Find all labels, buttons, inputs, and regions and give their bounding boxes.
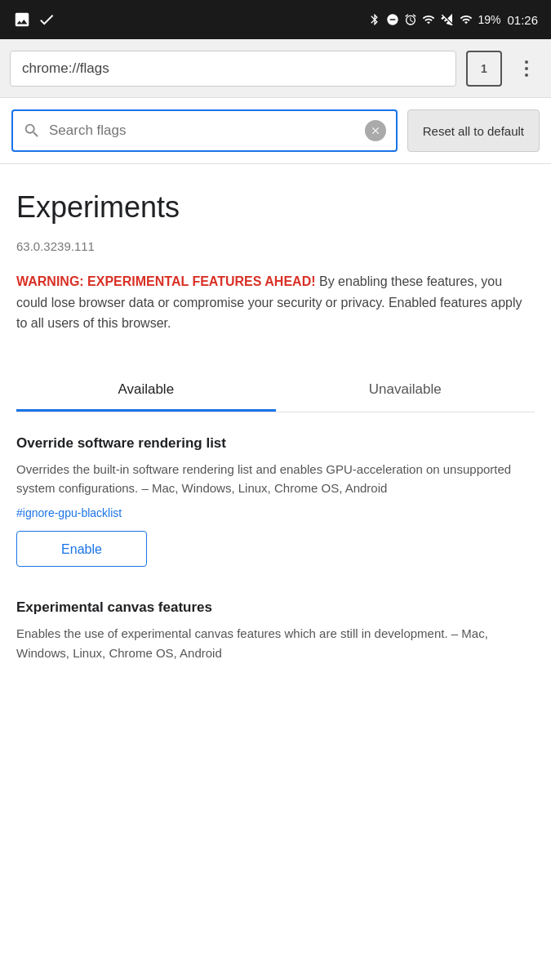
alarm-icon <box>404 13 417 26</box>
menu-dot-3 <box>525 74 528 77</box>
flag-enable-label-0: Enable <box>61 542 102 556</box>
clear-search-button[interactable] <box>365 120 386 141</box>
flag-description-0: Overrides the built-in software renderin… <box>16 460 535 498</box>
tab-count-label: 1 <box>481 62 487 75</box>
tab-available-label: Available <box>118 381 174 397</box>
signal-icon <box>460 13 473 26</box>
status-bar: 19% 01:26 <box>0 0 551 39</box>
warning-block: WARNING: EXPERIMENTAL FEATURES AHEAD! By… <box>16 271 535 334</box>
tab-unavailable-label: Unavailable <box>369 381 442 397</box>
browser-menu-button[interactable] <box>512 51 541 87</box>
address-bar: 1 <box>0 39 551 98</box>
main-content: Experiments 63.0.3239.111 WARNING: EXPER… <box>0 164 551 719</box>
page-title: Experiments <box>16 190 535 225</box>
minus-circle-icon <box>386 13 399 26</box>
warning-bold-text: WARNING: EXPERIMENTAL FEATURES AHEAD! <box>16 274 316 288</box>
reset-all-button[interactable]: Reset all to default <box>407 109 540 152</box>
flag-description-1: Enables the use of experimental canvas f… <box>16 624 535 662</box>
flag-name-1: Experimental canvas features <box>16 599 535 616</box>
version-text: 63.0.3239.111 <box>16 239 535 253</box>
address-input[interactable] <box>10 51 456 87</box>
search-box <box>11 109 398 152</box>
tab-count-button[interactable]: 1 <box>466 51 502 87</box>
menu-dot-2 <box>525 67 528 70</box>
wifi-icon <box>422 13 435 26</box>
filter-bar: Reset all to default <box>0 98 551 164</box>
flag-enable-button-0[interactable]: Enable <box>16 531 147 567</box>
signal-x-icon <box>440 13 455 26</box>
menu-dot-1 <box>525 60 528 64</box>
status-time: 01:26 <box>507 13 538 27</box>
battery-percentage: 19% <box>478 13 500 26</box>
status-bar-right-icons: 19% 01:26 <box>368 13 538 27</box>
flag-item-1: Experimental canvas features Enables the… <box>16 599 535 677</box>
flag-name-0: Override software rendering list <box>16 435 535 452</box>
photo-icon <box>13 11 31 29</box>
tabs-container: Available Unavailable <box>16 367 535 412</box>
reset-all-label: Reset all to default <box>423 124 524 138</box>
search-icon <box>23 122 41 140</box>
bluetooth-icon <box>368 13 381 26</box>
status-bar-left-icons <box>13 11 56 29</box>
check-icon <box>38 11 56 29</box>
tab-unavailable[interactable]: Unavailable <box>276 367 535 412</box>
search-flags-input[interactable] <box>49 122 357 139</box>
flag-item-0: Override software rendering list Overrid… <box>16 435 535 574</box>
tab-available[interactable]: Available <box>16 367 276 412</box>
flag-anchor-0[interactable]: #ignore-gpu-blacklist <box>16 506 122 519</box>
